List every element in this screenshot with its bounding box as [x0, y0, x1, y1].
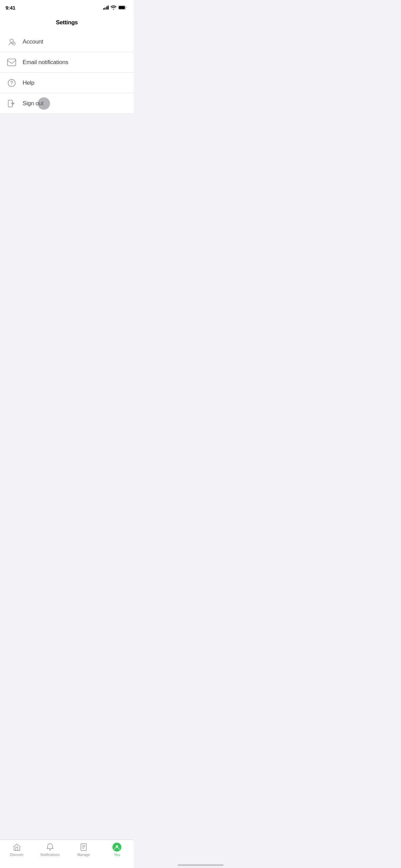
account-settings-icon — [7, 37, 16, 47]
settings-menu: Account Email notifications Help — [0, 32, 134, 114]
page-header: Settings — [0, 15, 134, 32]
empty-area — [0, 114, 134, 261]
battery-icon — [118, 5, 127, 10]
svg-point-6 — [11, 84, 12, 85]
help-label: Help — [23, 80, 34, 86]
sign-out-menu-item[interactable]: Sign out — [0, 93, 134, 114]
email-notifications-label: Email notifications — [23, 59, 68, 66]
sign-out-icon — [7, 99, 16, 108]
sign-out-label: Sign out — [23, 100, 44, 107]
wifi-icon — [111, 5, 116, 10]
svg-rect-4 — [8, 59, 16, 66]
help-menu-item[interactable]: Help — [0, 73, 134, 93]
help-icon — [7, 78, 16, 88]
svg-point-2 — [10, 39, 13, 43]
status-bar: 9:41 — [0, 0, 134, 15]
account-menu-item[interactable]: Account — [0, 32, 134, 52]
account-label: Account — [23, 38, 43, 45]
signal-icon — [103, 5, 109, 10]
status-icons — [103, 5, 127, 10]
email-icon — [7, 58, 16, 67]
email-notifications-menu-item[interactable]: Email notifications — [0, 52, 134, 73]
page-title: Settings — [56, 19, 78, 26]
status-time: 9:41 — [5, 5, 15, 11]
svg-rect-1 — [119, 6, 125, 9]
